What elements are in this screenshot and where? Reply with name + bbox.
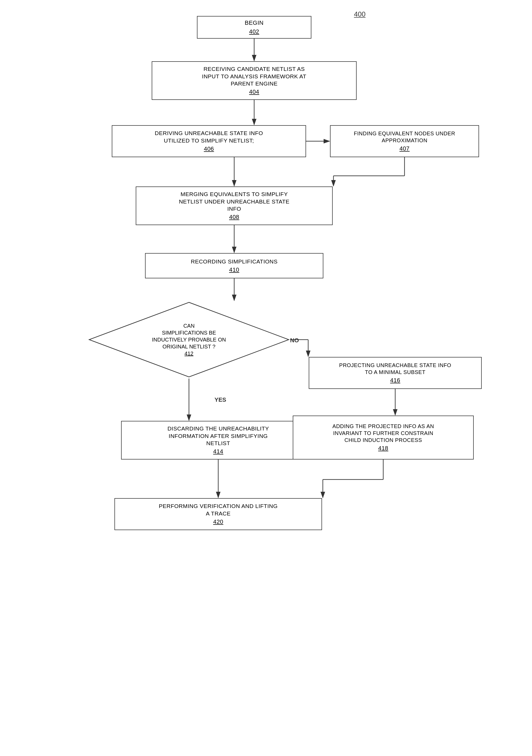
box-420: PERFORMING VERIFICATION AND LIFTINGA TRA… <box>114 498 322 530</box>
box-404: RECEIVING CANDIDATE NETLIST ASINPUT TO A… <box>152 61 357 100</box>
box-407: FINDING EQUIVALENT NODES UNDERAPPROXIMAT… <box>330 125 479 157</box>
box-407-label: FINDING EQUIVALENT NODES UNDERAPPROXIMAT… <box>354 130 455 144</box>
no-label: NO <box>290 337 299 344</box>
diamond-412: CANSIMPLIFICATIONS BEINDUCTIVELY PROVABL… <box>88 301 290 378</box>
begin-box: BEGIN 402 <box>197 16 311 39</box>
box-410-label: RECORDING SIMPLIFICATIONS <box>191 258 278 265</box>
box-404-label: RECEIVING CANDIDATE NETLIST ASINPUT TO A… <box>202 65 306 87</box>
box-418-ref: 418 <box>378 445 388 452</box>
box-420-label: PERFORMING VERIFICATION AND LIFTINGA TRA… <box>159 502 278 517</box>
box-416-ref: 416 <box>390 377 400 384</box>
box-414: DISCARDING THE UNREACHABILITYINFORMATION… <box>121 421 316 460</box>
box-408-ref: 408 <box>229 213 239 221</box>
box-406-ref: 406 <box>204 145 214 153</box>
diagram-ref-label: 400 <box>354 10 366 18</box>
box-406: DERIVING UNREACHABLE STATE INFOUTILIZED … <box>112 125 306 157</box>
box-414-ref: 414 <box>213 448 223 455</box>
box-414-label: DISCARDING THE UNREACHABILITYINFORMATION… <box>167 425 269 447</box>
begin-ref: 402 <box>249 28 259 36</box>
diamond-412-text: CANSIMPLIFICATIONS BEINDUCTIVELY PROVABL… <box>152 322 226 357</box>
flowchart-container: 400 BEGIN 402 RECEIVING CANDIDATE NETLIS… <box>0 0 532 756</box>
diamond-412-ref: 412 <box>152 350 226 357</box>
box-416: PROJECTING UNREACHABLE STATE INFOTO A MI… <box>309 357 482 389</box>
box-407-ref: 407 <box>399 145 410 153</box>
box-416-label: PROJECTING UNREACHABLE STATE INFOTO A MI… <box>339 362 451 376</box>
box-418: ADDING THE PROJECTED INFO AS ANINVARIANT… <box>293 416 474 460</box>
yes-label: YES <box>215 396 226 403</box>
box-406-label: DERIVING UNREACHABLE STATE INFOUTILIZED … <box>155 129 263 144</box>
box-420-ref: 420 <box>213 518 223 526</box>
box-404-ref: 404 <box>249 88 259 96</box>
box-408: MERGING EQUIVALENTS TO SIMPLIFYNETLIST U… <box>136 186 333 225</box>
box-410: RECORDING SIMPLIFICATIONS 410 <box>145 253 323 278</box>
box-418-label: ADDING THE PROJECTED INFO AS ANINVARIANT… <box>332 423 434 444</box>
box-408-label: MERGING EQUIVALENTS TO SIMPLIFYNETLIST U… <box>179 190 290 212</box>
begin-label: BEGIN <box>245 19 264 27</box>
box-410-ref: 410 <box>229 266 239 274</box>
